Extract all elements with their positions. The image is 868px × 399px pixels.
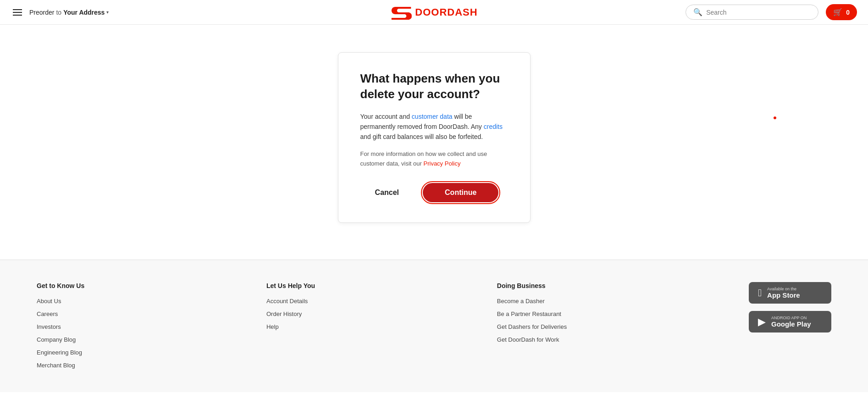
privacy-policy-link[interactable]: Privacy Policy (424, 160, 461, 167)
footer-inner: Get to Know Us About Us Careers Investor… (37, 282, 831, 374)
list-item: Get DoorDash for Work (497, 335, 567, 344)
account-details-link[interactable]: Account Details (266, 298, 308, 305)
doordash-logo-icon (390, 5, 411, 20)
footer-col-help-list: Account Details Order History Help (266, 297, 315, 331)
list-item: Become a Dasher (497, 297, 567, 305)
customer-data-link[interactable]: customer data (412, 113, 453, 120)
list-item: Order History (266, 310, 315, 318)
become-dasher-link[interactable]: Become a Dasher (497, 298, 545, 305)
google-play-text: ANDROID APP ON Google Play (771, 316, 811, 328)
continue-btn-wrapper: Continue (421, 181, 500, 204)
apple-store-text: Available on the App Store (767, 287, 800, 299)
footer-col-know-us: Get to Know Us About Us Careers Investor… (37, 282, 84, 374)
header-left: Preorder to Your Address ▾ (11, 7, 109, 17)
list-item: Investors (37, 322, 84, 331)
dashers-deliveries-link[interactable]: Get Dashers for Deliveries (497, 323, 567, 330)
footer-col-help-title: Let Us Help You (266, 282, 315, 289)
search-placeholder: Search (706, 9, 726, 16)
cancel-button[interactable]: Cancel (368, 185, 406, 200)
footer-col-business-title: Doing Business (497, 282, 567, 289)
list-item: Account Details (266, 297, 315, 305)
credits-link[interactable]: credits (484, 123, 503, 130)
cart-button[interactable]: 🛒 0 (826, 4, 857, 20)
help-link[interactable]: Help (266, 323, 279, 330)
list-item: Be a Partner Restaurant (497, 310, 567, 318)
main-content: What happens when you delete your accoun… (0, 25, 868, 260)
cart-icon: 🛒 (833, 8, 842, 17)
apple-app-store-button[interactable]:  Available on the App Store (749, 282, 831, 304)
dot-indicator (774, 116, 776, 119)
chevron-down-icon: ▾ (106, 10, 109, 15)
list-item: Careers (37, 310, 84, 318)
partner-restaurant-link[interactable]: Be a Partner Restaurant (497, 310, 561, 317)
list-item: Get Dashers for Deliveries (497, 322, 567, 331)
preorder-label: Preorder (29, 9, 54, 16)
engineering-blog-link[interactable]: Engineering Blog (37, 349, 82, 356)
footer-col-business-list: Become a Dasher Be a Partner Restaurant … (497, 297, 567, 344)
investors-link[interactable]: Investors (37, 323, 61, 330)
search-bar[interactable]: 🔍 Search (686, 5, 818, 20)
list-item: Help (266, 322, 315, 331)
footer-col-business: Doing Business Become a Dasher Be a Part… (497, 282, 567, 348)
about-us-link[interactable]: About Us (37, 298, 61, 305)
logo-area: DOORDASH (390, 5, 477, 20)
dialog-body-text: Your account and customer data will be p… (360, 111, 508, 142)
google-play-icon: ▶ (758, 316, 766, 328)
logo-text: DOORDASH (415, 6, 477, 18)
apple-icon:  (758, 287, 762, 299)
google-play-button[interactable]: ▶ ANDROID APP ON Google Play (749, 311, 831, 332)
doordash-logo[interactable]: DOORDASH (390, 5, 477, 20)
doordash-work-link[interactable]: Get DoorDash for Work (497, 336, 559, 343)
dialog-title: What happens when you delete your accoun… (360, 71, 508, 102)
list-item: Engineering Blog (37, 348, 84, 356)
header-right: 🔍 Search 🛒 0 (686, 4, 857, 20)
list-item: About Us (37, 297, 84, 305)
google-play-small-text: ANDROID APP ON (771, 316, 811, 320)
search-icon: 🔍 (693, 8, 702, 17)
footer: Get to Know Us About Us Careers Investor… (0, 260, 868, 392)
continue-button[interactable]: Continue (423, 183, 498, 202)
dialog-actions: Cancel Continue (360, 181, 508, 204)
google-play-large-text: Google Play (771, 320, 811, 328)
apple-store-small-text: Available on the (767, 287, 800, 291)
company-blog-link[interactable]: Company Blog (37, 336, 76, 343)
footer-col-know-us-list: About Us Careers Investors Company Blog … (37, 297, 84, 369)
order-history-link[interactable]: Order History (266, 310, 302, 317)
dialog-info-text: For more information on how we collect a… (360, 150, 508, 169)
to-word: to (56, 9, 61, 16)
list-item: Merchant Blog (37, 361, 84, 369)
footer-col-know-us-title: Get to Know Us (37, 282, 84, 289)
header: Preorder to Your Address ▾ DOORDASH 🔍 Se… (0, 0, 868, 25)
list-item: Company Blog (37, 335, 84, 344)
footer-col-help: Let Us Help You Account Details Order Hi… (266, 282, 315, 335)
footer-apps:  Available on the App Store ▶ ANDROID A… (749, 282, 831, 332)
preorder-address[interactable]: Preorder to Your Address ▾ (29, 9, 109, 16)
merchant-blog-link[interactable]: Merchant Blog (37, 362, 75, 369)
apple-store-large-text: App Store (767, 291, 800, 299)
careers-link[interactable]: Careers (37, 310, 58, 317)
menu-button[interactable] (11, 7, 24, 17)
delete-account-dialog: What happens when you delete your accoun… (338, 52, 531, 223)
cart-count: 0 (846, 9, 850, 16)
address-label: Your Address (63, 9, 105, 16)
